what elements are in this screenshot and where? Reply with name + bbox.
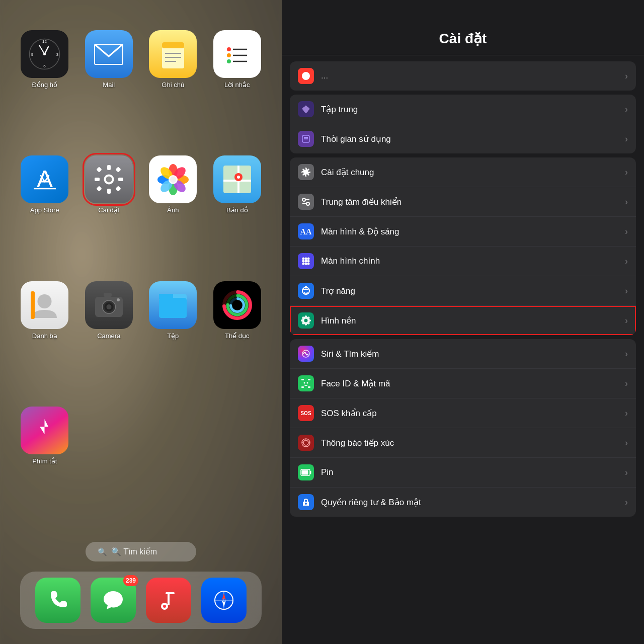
settings-row-general[interactable]: Cài đặt chung ›: [290, 157, 636, 187]
app-photos-label: Ảnh: [167, 206, 179, 214]
accessibility-label: Trợ năng: [321, 286, 625, 296]
svg-text:6: 6: [44, 64, 46, 68]
app-notes[interactable]: Ghi chú: [143, 30, 203, 145]
app-files-label: Tệp: [167, 332, 179, 340]
svg-point-16: [227, 47, 231, 51]
svg-text:3: 3: [56, 52, 59, 57]
settings-row-privacy[interactable]: Quyền riêng tư & Bảo mật ›: [290, 488, 636, 517]
svg-point-88: [302, 258, 305, 260]
settings-row-screentime[interactable]: Thời gian sử dụng ›: [290, 124, 636, 153]
settings-row-faceid[interactable]: Face ID & Mật mã ›: [290, 369, 636, 398]
settings-group-3: Siri & Tìm kiếm › Face ID & Mật mã: [290, 339, 636, 517]
app-camera[interactable]: Camera: [79, 281, 139, 396]
app-maps[interactable]: Bản đồ: [208, 155, 267, 271]
settings-row-display[interactable]: AA Màn hình & Độ sáng ›: [290, 217, 636, 247]
svg-rect-61: [159, 298, 187, 318]
dock-phone[interactable]: [35, 578, 80, 623]
settings-row-focus[interactable]: Tập trung ›: [290, 95, 636, 124]
svg-rect-115: [308, 386, 310, 388]
wallpaper-chevron: ›: [625, 315, 628, 326]
general-icon: [298, 164, 314, 180]
app-files[interactable]: Tệp: [143, 281, 203, 396]
app-appstore-label: App Store: [30, 206, 59, 214]
svg-rect-32: [96, 186, 102, 192]
svg-point-96: [307, 263, 310, 265]
svg-rect-79: [304, 138, 308, 139]
settings-row-wallpaper[interactable]: Hình nền ›: [290, 306, 636, 335]
settings-row-siri[interactable]: Siri & Tìm kiếm ›: [290, 339, 636, 369]
app-shortcuts[interactable]: Phím tắt: [15, 407, 74, 522]
settings-row-topitem[interactable]: ... ›: [290, 61, 636, 91]
app-fitness[interactable]: Thể dục: [208, 281, 267, 396]
top-item-icon: [298, 68, 314, 84]
siri-label: Siri & Tìm kiếm: [321, 349, 625, 359]
app-mail[interactable]: Mail: [79, 30, 139, 145]
svg-point-95: [305, 263, 307, 265]
svg-point-119: [303, 440, 308, 445]
app-clock[interactable]: 12 3 6 9 Đồng hồ: [15, 30, 74, 145]
svg-point-110: [304, 319, 308, 323]
app-grid: 12 3 6 9 Đồng hồ: [15, 30, 267, 522]
settings-title: Cài đặt: [439, 31, 487, 46]
search-bar-text: 🔍 Tìm kiếm: [111, 547, 157, 556]
settings-row-accessibility[interactable]: Trợ năng ›: [290, 276, 636, 306]
svg-point-25: [106, 177, 112, 183]
sos-chevron: ›: [625, 408, 628, 419]
battery-chevron: ›: [625, 467, 628, 478]
top-item-chevron: ›: [625, 71, 628, 82]
battery-label: Pin: [321, 467, 625, 477]
svg-rect-33: [115, 186, 121, 192]
siri-chevron: ›: [625, 349, 628, 359]
svg-rect-57: [104, 293, 112, 297]
privacy-icon: [298, 494, 314, 510]
svg-rect-125: [302, 470, 308, 475]
settings-row-homescreen[interactable]: Màn hình chính ›: [290, 247, 636, 276]
dock-messages[interactable]: 239: [91, 578, 136, 623]
exposure-label: Thông báo tiếp xúc: [321, 438, 625, 448]
svg-text:12: 12: [42, 39, 47, 44]
svg-rect-113: [308, 379, 310, 380]
svg-point-84: [306, 202, 309, 205]
dock-music[interactable]: [146, 578, 191, 623]
settings-group-1: Tập trung › Thời gian sử dụng ›: [290, 95, 636, 153]
home-content: 12 3 6 9 Đồng hồ: [0, 0, 282, 644]
wallpaper-label: Hình nền: [321, 315, 625, 326]
svg-point-20: [227, 59, 231, 63]
faceid-chevron: ›: [625, 378, 628, 389]
settings-header: Cài đặt: [282, 0, 644, 55]
svg-point-89: [305, 258, 307, 260]
settings-panel: Cài đặt ... › T: [282, 0, 644, 644]
wallpaper-icon: [298, 312, 314, 329]
search-bar[interactable]: 🔍 🔍 Tìm kiếm: [86, 542, 196, 561]
app-settings[interactable]: Cài đặt: [79, 155, 139, 271]
svg-rect-112: [301, 379, 304, 380]
svg-text:9: 9: [31, 52, 34, 57]
svg-point-92: [305, 260, 307, 263]
app-photos[interactable]: Ảnh: [143, 155, 203, 271]
svg-rect-126: [310, 471, 311, 474]
app-mail-label: Mail: [103, 81, 115, 89]
svg-point-56: [106, 304, 111, 309]
svg-rect-69: [168, 592, 170, 605]
app-appstore[interactable]: A App Store: [15, 155, 74, 271]
app-contacts[interactable]: Danh bạ: [15, 281, 74, 396]
settings-row-exposure[interactable]: Thông báo tiếp xúc ›: [290, 428, 636, 458]
app-contacts-label: Danh bạ: [32, 332, 57, 340]
exposure-icon: [298, 435, 314, 451]
screentime-icon: [298, 131, 314, 147]
svg-point-71: [163, 605, 166, 608]
settings-row-control[interactable]: Trung tâm điều khiển ›: [290, 187, 636, 217]
app-camera-label: Camera: [97, 332, 120, 340]
accessibility-chevron: ›: [625, 286, 628, 296]
app-clock-label: Đồng hồ: [32, 81, 57, 89]
settings-row-sos[interactable]: SOS SOS khẩn cấp ›: [290, 398, 636, 428]
messages-badge: 239: [123, 575, 138, 586]
dock-safari[interactable]: [201, 578, 247, 623]
battery-icon: [298, 464, 314, 480]
general-label: Cài đặt chung: [321, 167, 625, 178]
svg-rect-114: [301, 386, 304, 388]
settings-row-battery[interactable]: Pin ›: [290, 458, 636, 488]
app-reminders[interactable]: Lời nhắc: [208, 30, 267, 145]
svg-point-18: [227, 53, 231, 57]
display-label: Màn hình & Độ sáng: [321, 226, 625, 237]
